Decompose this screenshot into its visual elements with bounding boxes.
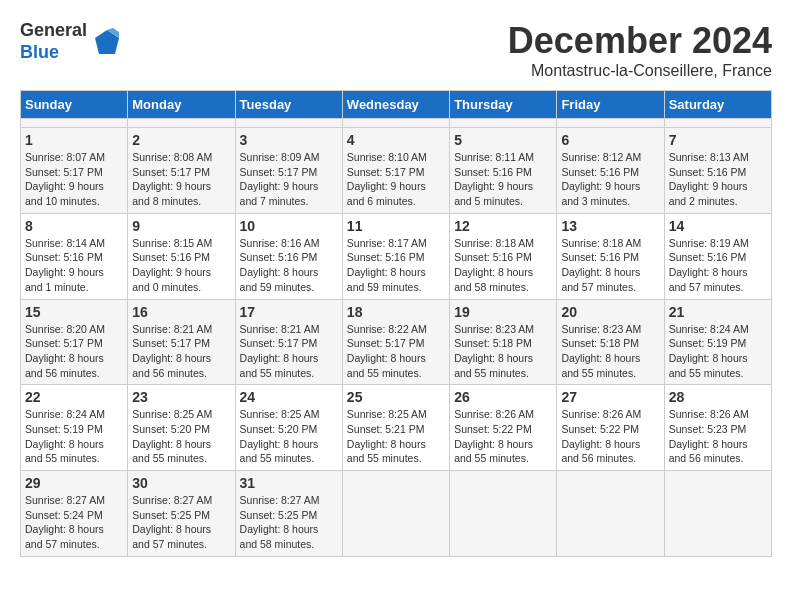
day-number: 18 [347, 304, 445, 320]
calendar-cell: 18Sunrise: 8:22 AM Sunset: 5:17 PM Dayli… [342, 299, 449, 385]
day-info: Sunrise: 8:27 AM Sunset: 5:24 PM Dayligh… [25, 493, 123, 552]
day-info: Sunrise: 8:11 AM Sunset: 5:16 PM Dayligh… [454, 150, 552, 209]
calendar-cell [557, 119, 664, 128]
day-number: 5 [454, 132, 552, 148]
calendar-cell [557, 471, 664, 557]
day-info: Sunrise: 8:27 AM Sunset: 5:25 PM Dayligh… [132, 493, 230, 552]
day-info: Sunrise: 8:15 AM Sunset: 5:16 PM Dayligh… [132, 236, 230, 295]
day-number: 25 [347, 389, 445, 405]
day-info: Sunrise: 8:23 AM Sunset: 5:18 PM Dayligh… [561, 322, 659, 381]
calendar-cell: 6Sunrise: 8:12 AM Sunset: 5:16 PM Daylig… [557, 128, 664, 214]
calendar-cell: 7Sunrise: 8:13 AM Sunset: 5:16 PM Daylig… [664, 128, 771, 214]
calendar-cell: 21Sunrise: 8:24 AM Sunset: 5:19 PM Dayli… [664, 299, 771, 385]
calendar-week-4: 22Sunrise: 8:24 AM Sunset: 5:19 PM Dayli… [21, 385, 772, 471]
day-info: Sunrise: 8:08 AM Sunset: 5:17 PM Dayligh… [132, 150, 230, 209]
calendar-cell [664, 119, 771, 128]
calendar-cell: 2Sunrise: 8:08 AM Sunset: 5:17 PM Daylig… [128, 128, 235, 214]
calendar-cell: 31Sunrise: 8:27 AM Sunset: 5:25 PM Dayli… [235, 471, 342, 557]
day-number: 14 [669, 218, 767, 234]
day-number: 9 [132, 218, 230, 234]
calendar-cell: 9Sunrise: 8:15 AM Sunset: 5:16 PM Daylig… [128, 213, 235, 299]
calendar-cell: 17Sunrise: 8:21 AM Sunset: 5:17 PM Dayli… [235, 299, 342, 385]
day-info: Sunrise: 8:24 AM Sunset: 5:19 PM Dayligh… [669, 322, 767, 381]
day-number: 23 [132, 389, 230, 405]
calendar-cell: 16Sunrise: 8:21 AM Sunset: 5:17 PM Dayli… [128, 299, 235, 385]
day-info: Sunrise: 8:26 AM Sunset: 5:23 PM Dayligh… [669, 407, 767, 466]
day-info: Sunrise: 8:21 AM Sunset: 5:17 PM Dayligh… [132, 322, 230, 381]
calendar-cell: 30Sunrise: 8:27 AM Sunset: 5:25 PM Dayli… [128, 471, 235, 557]
day-info: Sunrise: 8:26 AM Sunset: 5:22 PM Dayligh… [561, 407, 659, 466]
title-area: December 2024 Montastruc-la-Conseillere,… [508, 20, 772, 80]
day-number: 30 [132, 475, 230, 491]
header-tuesday: Tuesday [235, 91, 342, 119]
calendar-cell [664, 471, 771, 557]
calendar-week-3: 15Sunrise: 8:20 AM Sunset: 5:17 PM Dayli… [21, 299, 772, 385]
header-saturday: Saturday [664, 91, 771, 119]
calendar-cell: 26Sunrise: 8:26 AM Sunset: 5:22 PM Dayli… [450, 385, 557, 471]
day-number: 3 [240, 132, 338, 148]
calendar-cell [450, 471, 557, 557]
day-number: 8 [25, 218, 123, 234]
day-info: Sunrise: 8:25 AM Sunset: 5:20 PM Dayligh… [132, 407, 230, 466]
calendar-cell: 20Sunrise: 8:23 AM Sunset: 5:18 PM Dayli… [557, 299, 664, 385]
day-info: Sunrise: 8:14 AM Sunset: 5:16 PM Dayligh… [25, 236, 123, 295]
calendar-cell: 12Sunrise: 8:18 AM Sunset: 5:16 PM Dayli… [450, 213, 557, 299]
day-number: 22 [25, 389, 123, 405]
calendar-table: SundayMondayTuesdayWednesdayThursdayFrid… [20, 90, 772, 557]
day-number: 26 [454, 389, 552, 405]
calendar-cell: 22Sunrise: 8:24 AM Sunset: 5:19 PM Dayli… [21, 385, 128, 471]
day-info: Sunrise: 8:21 AM Sunset: 5:17 PM Dayligh… [240, 322, 338, 381]
day-info: Sunrise: 8:23 AM Sunset: 5:18 PM Dayligh… [454, 322, 552, 381]
header-thursday: Thursday [450, 91, 557, 119]
day-number: 19 [454, 304, 552, 320]
calendar-cell: 1Sunrise: 8:07 AM Sunset: 5:17 PM Daylig… [21, 128, 128, 214]
day-info: Sunrise: 8:25 AM Sunset: 5:21 PM Dayligh… [347, 407, 445, 466]
header-friday: Friday [557, 91, 664, 119]
day-number: 6 [561, 132, 659, 148]
logo-icon [91, 26, 123, 58]
day-info: Sunrise: 8:16 AM Sunset: 5:16 PM Dayligh… [240, 236, 338, 295]
day-info: Sunrise: 8:09 AM Sunset: 5:17 PM Dayligh… [240, 150, 338, 209]
calendar-cell: 3Sunrise: 8:09 AM Sunset: 5:17 PM Daylig… [235, 128, 342, 214]
day-number: 28 [669, 389, 767, 405]
day-info: Sunrise: 8:25 AM Sunset: 5:20 PM Dayligh… [240, 407, 338, 466]
day-info: Sunrise: 8:13 AM Sunset: 5:16 PM Dayligh… [669, 150, 767, 209]
calendar-cell: 14Sunrise: 8:19 AM Sunset: 5:16 PM Dayli… [664, 213, 771, 299]
calendar-cell [342, 119, 449, 128]
header-monday: Monday [128, 91, 235, 119]
day-info: Sunrise: 8:17 AM Sunset: 5:16 PM Dayligh… [347, 236, 445, 295]
calendar-week-5: 29Sunrise: 8:27 AM Sunset: 5:24 PM Dayli… [21, 471, 772, 557]
day-number: 21 [669, 304, 767, 320]
calendar-cell: 13Sunrise: 8:18 AM Sunset: 5:16 PM Dayli… [557, 213, 664, 299]
day-number: 20 [561, 304, 659, 320]
calendar-cell: 24Sunrise: 8:25 AM Sunset: 5:20 PM Dayli… [235, 385, 342, 471]
calendar-cell: 19Sunrise: 8:23 AM Sunset: 5:18 PM Dayli… [450, 299, 557, 385]
location: Montastruc-la-Conseillere, France [508, 62, 772, 80]
calendar-cell [235, 119, 342, 128]
calendar-cell: 28Sunrise: 8:26 AM Sunset: 5:23 PM Dayli… [664, 385, 771, 471]
calendar-cell [21, 119, 128, 128]
day-info: Sunrise: 8:12 AM Sunset: 5:16 PM Dayligh… [561, 150, 659, 209]
day-number: 31 [240, 475, 338, 491]
header-wednesday: Wednesday [342, 91, 449, 119]
logo-general: General [20, 20, 87, 40]
page-header: General Blue December 2024 Montastruc-la… [20, 20, 772, 80]
day-number: 27 [561, 389, 659, 405]
day-number: 16 [132, 304, 230, 320]
day-number: 4 [347, 132, 445, 148]
calendar-header: SundayMondayTuesdayWednesdayThursdayFrid… [21, 91, 772, 119]
day-number: 13 [561, 218, 659, 234]
day-info: Sunrise: 8:10 AM Sunset: 5:17 PM Dayligh… [347, 150, 445, 209]
calendar-cell: 8Sunrise: 8:14 AM Sunset: 5:16 PM Daylig… [21, 213, 128, 299]
calendar-cell: 29Sunrise: 8:27 AM Sunset: 5:24 PM Dayli… [21, 471, 128, 557]
calendar-cell [128, 119, 235, 128]
day-info: Sunrise: 8:26 AM Sunset: 5:22 PM Dayligh… [454, 407, 552, 466]
day-number: 2 [132, 132, 230, 148]
calendar-week-1: 1Sunrise: 8:07 AM Sunset: 5:17 PM Daylig… [21, 128, 772, 214]
calendar-cell: 10Sunrise: 8:16 AM Sunset: 5:16 PM Dayli… [235, 213, 342, 299]
calendar-cell [450, 119, 557, 128]
day-number: 10 [240, 218, 338, 234]
logo-blue: Blue [20, 42, 59, 62]
day-number: 12 [454, 218, 552, 234]
day-number: 1 [25, 132, 123, 148]
